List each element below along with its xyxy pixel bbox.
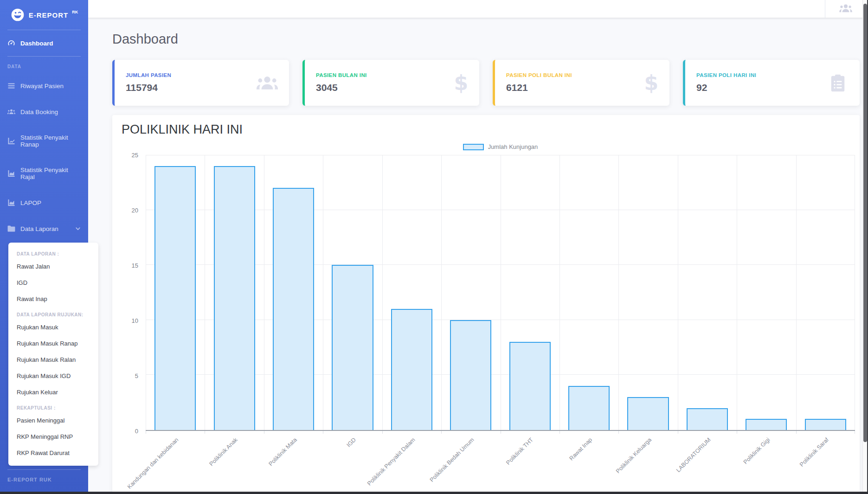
brand-link[interactable]: E-REPORT RK [0,0,88,30]
folder-icon [7,225,15,232]
smiley-logo-icon [10,7,25,22]
sidebar-item-label: Dashboard [20,40,53,47]
x-tick-label: Poliklinik Gigi [742,436,771,465]
sidebar-item-label: Statistik Penyakit Rajal [20,167,81,180]
stat-card-body: JUMLAH PASIEN115794 [126,72,171,93]
submenu-item-rujukan-masuk[interactable]: Rujukan Masuk [8,319,98,335]
x-tick-label: Poliklinik THT [505,436,534,466]
submenu-item-rkp-meninggal-rnp[interactable]: RKP Meninggal RNP [8,429,98,445]
bar-poliklinik-penyakit-dalam[interactable] [391,309,432,430]
submenu-item-rawat-inap[interactable]: Rawat Inap [8,291,98,307]
gridline-vertical [382,155,383,430]
submenu-item-igd[interactable]: IGD [8,275,98,291]
bar-poliklinik-mata[interactable] [273,188,314,430]
x-tick-label: Kandungan dan kebidanan [126,436,180,490]
bar-kandungan-dan-kebidanan[interactable] [154,166,196,430]
gridline-vertical [796,155,797,430]
bar-rawat-inap[interactable] [568,386,610,430]
bar-poliklinik-saraf[interactable] [805,419,846,430]
scrollbar-thumb[interactable] [863,4,867,442]
chart-plot-area: 0510152025 Kandungan dan kebidananPolikl… [122,155,855,494]
sidebar-item-dashboard[interactable]: Dashboard [0,30,88,56]
legend-swatch [463,144,484,150]
sidebar-item-data-booking[interactable]: Data Booking [0,99,88,125]
x-tick-label: Poliklinik Saraf [798,436,830,468]
brand-title: E-REPORT [29,11,69,19]
submenu-item-pasien-meninggal[interactable]: Pasien Meninggal [8,412,98,429]
bar-poliklinik-gigi[interactable] [746,419,787,430]
sidebar-item-statistik-penyakit-ranap[interactable]: Statistik Penyakit Ranap [0,125,88,157]
sidebar-nav: DashboardDATARiwayat PasienData BookingS… [0,30,88,466]
x-tick-label: Poliklinik Anak [208,436,239,467]
x-tick-mark [146,431,146,434]
x-tick-mark [678,431,678,434]
x-tick-mark [501,431,501,434]
bar-poliklinik-bedah-umum[interactable] [450,320,491,430]
users-menu-button[interactable] [837,1,854,17]
submenu-item-rkp-rawat-darurat[interactable]: RKP Rawat Darurat [8,445,98,461]
sidebar-item-label: LAPOP [20,199,41,206]
main-column: Dashboard JUMLAH PASIEN115794PASIEN BULA… [88,0,868,494]
submenu-item-rujukan-masuk-ranap[interactable]: Rujukan Masuk Ranap [8,335,98,352]
clipboard-list-icon [827,74,849,92]
bar-poliklinik-tht[interactable] [509,342,551,430]
submenu-item-rawat-jalan[interactable]: Rawat Jalan [8,258,98,275]
gridline-vertical [264,155,264,430]
topbar [88,0,868,18]
legend-label: Jumlah Kunjungan [488,143,538,150]
y-tick-label: 0 [135,428,138,435]
stat-card-value: 3045 [316,82,367,93]
y-axis: 0510152025 [122,155,143,431]
stat-card-label: PASIEN POLI BULAN INI [506,72,572,78]
stat-cards-row: JUMLAH PASIEN115794PASIEN BULAN INI3045$… [112,60,860,106]
chart-legend[interactable]: Jumlah Kunjungan [146,143,855,150]
sidebar-item-label: Statistik Penyakit Ranap [20,134,81,148]
page-scrollbar[interactable] [862,0,867,494]
x-tick-mark [796,431,797,434]
gridline-vertical [678,155,678,430]
users-icon [7,108,15,115]
gridline-vertical [559,155,560,430]
list-icon [7,82,15,90]
brand-superscript: RK [72,10,78,14]
tachometer-icon [7,39,15,47]
bar-igd[interactable] [332,265,373,430]
bar-laboratorium[interactable] [687,408,728,430]
x-tick-mark [323,431,323,434]
bar-poliklinik-anak[interactable] [214,166,255,430]
stat-card-value: 115794 [126,82,171,93]
bar-poliklinik-keluarga[interactable] [627,397,669,430]
submenu-item-rujukan-masuk-ralan[interactable]: Rujukan Masuk Ralan [8,352,98,368]
gridline-vertical [855,155,855,430]
sidebar-footer-heading: E-REPORT RUK [0,470,88,489]
chevron-down-icon [75,226,81,231]
chart-area-icon [7,170,15,177]
topbar-divider [825,0,825,18]
window-bottom-edge [0,492,868,494]
submenu-item-rujukan-masuk-igd[interactable]: Rujukan Masuk IGD [8,368,98,384]
x-tick-mark [264,431,264,434]
stat-card-pasien-poli-hari-ini: PASIEN POLI HARI INI92 [683,60,860,106]
x-tick-label: Poliklinik Bedah Umum [429,436,476,483]
x-tick-label: Rawat Inap [568,436,594,462]
gridline-vertical [205,155,205,430]
x-tick-label: Poliklinik Mata [267,436,298,467]
sidebar-item-data-laporan[interactable]: Data Laporan [0,216,88,242]
submenu-data-laporan: DATA LAPORAN :Rawat JalanIGDRawat InapDA… [8,243,98,466]
x-tick-label: Poliklinik Keluarga [615,436,653,475]
sidebar-item-lapop[interactable]: LAPOP [0,190,88,216]
stat-card-jumlah-pasien: JUMLAH PASIEN115794 [112,60,289,106]
page-title: Dashboard [112,32,860,47]
sidebar-item-label: Riwayat Pasien [20,83,64,90]
sidebar-item-riwayat-pasien[interactable]: Riwayat Pasien [0,73,88,99]
chart-card: POLIKLINIK HARI INI Jumlah Kunjungan 051… [112,115,860,494]
app-window: E-REPORT RK DashboardDATARiwayat PasienD… [0,0,868,494]
sidebar-item-statistik-penyakit-rajal[interactable]: Statistik Penyakit Rajal [0,157,88,190]
x-tick-mark [205,431,205,434]
submenu-item-rujukan-keluar[interactable]: Rujukan Keluar [8,384,98,400]
submenu-heading: DATA LAPORAN : [8,246,98,258]
users-icon [257,74,278,92]
sidebar-item-label: Data Booking [20,109,58,115]
content-area: Dashboard JUMLAH PASIEN115794PASIEN BULA… [88,18,868,494]
gridline-vertical [441,155,442,430]
